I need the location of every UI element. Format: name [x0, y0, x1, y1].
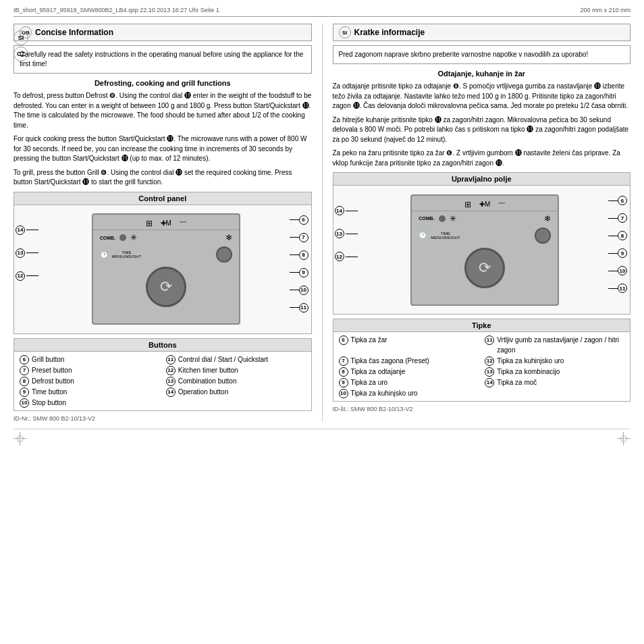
slovenian-para2: Za hitrejše kuhanje pritisnite tipko ⓫ z…: [333, 115, 631, 145]
btn-item-8: 8 Defrost button: [20, 376, 159, 386]
header-dimensions: 200 mm x 210 mm: [580, 7, 630, 14]
si-btn-item-10: 10 Tipka za kuhinjsko uro: [339, 388, 479, 398]
lang-cz-badge: CZ: [14, 47, 28, 61]
si-btn-num-11: 11: [485, 336, 494, 345]
si-btn-item-12: 12 Tipka za kuhinjsko uro: [485, 356, 624, 366]
english-para1: To defrost, press button Defrost ❽. Usin…: [14, 91, 312, 130]
btn-item-7: 7 Preset button: [20, 365, 159, 375]
si-comb-label: COMB.: [419, 216, 434, 221]
si-combo-dot: [439, 215, 446, 222]
slovenian-para1: Za odtajanje pritisnite tipko za odtajan…: [333, 82, 631, 111]
si-btn-label-7: Tipka čas zagona (Preset): [351, 356, 429, 366]
btn-num-9: 9: [20, 387, 29, 397]
english-column: GB Concise Information Carefully read th…: [14, 24, 312, 422]
num-14-left: 14: [16, 225, 25, 235]
combo-dot: [119, 234, 126, 241]
si-num-8-right: 8: [618, 231, 627, 240]
si-num-11-right: 11: [618, 284, 627, 293]
column-divider: [322, 24, 323, 422]
english-section-header: GB Concise Information: [14, 24, 312, 41]
english-intro-text: Carefully read the safety instructions i…: [20, 50, 306, 69]
grill-icon: ⊞: [146, 219, 153, 228]
si-num-12-left: 12: [335, 252, 344, 261]
main-content: GB Concise Information Carefully read th…: [14, 24, 630, 422]
slovenian-control-panel: Upravljalno polje 14 13 12: [333, 172, 631, 315]
si-num-6-right: 6: [618, 196, 627, 205]
comb-label: COMB.: [100, 236, 115, 240]
si-btn-item-9: 9 Tipka za uro: [339, 377, 479, 387]
english-para3: To grill, press the button Grill ❻. Usin…: [14, 168, 312, 188]
btn-label-8: Defrost button: [32, 376, 74, 386]
num-11-right: 11: [299, 303, 308, 313]
btn-item-10: 10 Stop button: [20, 398, 159, 408]
btn-num-12: 12: [166, 366, 176, 375]
page: IB_short_95917_95919_SMW800B2_LB4.qxp 22…: [0, 0, 644, 644]
num-7-right: 7: [299, 233, 308, 242]
top-bar: IB_short_95917_95919_SMW800B2_LB4.qxp 22…: [14, 7, 630, 17]
si-menu-weight-label: MENU/WEIGHT: [431, 236, 460, 240]
si-small-dial: [535, 227, 551, 244]
si-clock-icon: 🕐: [419, 232, 427, 239]
si-plus-m-icon: ✚M: [479, 200, 490, 209]
slovenian-buttons-title: Tipke: [333, 319, 630, 332]
si-btn-item-7: 7 Tipka čas zagona (Preset): [339, 356, 479, 366]
reg-mark-right: [617, 432, 630, 446]
si-btn-label-10: Tipka za kuhinjsko uro: [351, 388, 418, 398]
btn-label-10: Stop button: [32, 398, 66, 408]
menu-weight-label: MENU/WEIGHT: [112, 254, 141, 259]
si-btn-num-7: 7: [339, 356, 348, 366]
english-title: Concise Information: [35, 28, 113, 37]
english-control-panel: Control panel 14 13 12: [14, 192, 312, 334]
btn-num-14: 14: [166, 387, 176, 397]
small-dial: [216, 246, 232, 263]
plus-m-icon: ✚M: [161, 219, 171, 228]
english-buttons-title: Buttons: [14, 339, 311, 352]
si-btn-num-9: 9: [339, 378, 348, 387]
english-para2: For quick cooking press the button Start…: [14, 134, 312, 164]
btn-item-9: 9 Time button: [20, 387, 159, 397]
si-snowflake2-icon: ❄: [544, 214, 551, 223]
btn-item-13: 13 Combination button: [166, 376, 306, 386]
slovenian-intro-box: Pred zagonom naprave skrbno preberite va…: [333, 45, 631, 64]
btn-label-7: Preset button: [32, 365, 72, 375]
si-btn-item-8: 8 Tipka za odtajanje: [339, 367, 479, 377]
si-snowflake-icon: ✳: [450, 214, 456, 223]
slovenian-panel-title: Upravljalno polje: [333, 173, 630, 186]
si-btn-label-14: Tipka za moč: [497, 377, 537, 387]
slovenian-subheading: Odtajanje, kuhanje in žar: [333, 70, 631, 78]
slovenian-panel-diagram: 14 13 12: [333, 186, 630, 314]
snowflake-icon: ✳: [130, 233, 137, 242]
btn-label-6: Grill button: [32, 354, 64, 365]
slovenian-column: SI Kratke informacije Pred zagonom napra…: [333, 24, 631, 422]
si-btn-num-8: 8: [339, 367, 348, 377]
english-buttons-section: Buttons 6 Grill button 11 Control dial /…: [14, 338, 312, 411]
si-btn-item-14: 14 Tipka za moč: [485, 377, 624, 387]
num-8-right: 8: [299, 250, 308, 260]
si-num-7-right: 7: [618, 213, 627, 223]
btn-item-14: 14 Operation button: [166, 387, 306, 397]
btn-label-9: Time button: [32, 387, 67, 397]
btn-item-11: 11 Control dial / Start / Quickstart: [166, 354, 306, 365]
english-subheading: Defrosting, cooking and grill functions: [14, 79, 312, 87]
si-btn-item-11: 11 Vrtljiv gumb za nastavljanje / zagon …: [485, 335, 624, 355]
btn-item-12: 12 Kitchen timer button: [166, 365, 306, 375]
snowflake2-icon: ❄: [225, 233, 232, 242]
btn-num-13: 13: [166, 377, 176, 386]
btn-num-8: 8: [20, 377, 29, 386]
btn-label-11: Control dial / Start / Quickstart: [178, 354, 268, 365]
slovenian-footer: ID-št.: SMW 800 B2-10/13-V2: [333, 406, 631, 412]
si-badge: SI: [339, 26, 351, 38]
btn-num-6: 6: [20, 355, 29, 365]
si-btn-item-6: 6 Tipka za žar: [339, 335, 479, 355]
num-6-right: 6: [299, 215, 308, 225]
lang-si-badge: SI: [14, 30, 28, 45]
si-btn-label-11: Vrtljiv gumb za nastavljanje / zagon / h…: [497, 335, 624, 355]
btn-num-11: 11: [166, 355, 176, 365]
si-btn-label-6: Tipka za žar: [351, 335, 387, 345]
english-buttons-grid: 6 Grill button 11 Control dial / Start /…: [20, 354, 306, 408]
btn-label-14: Operation button: [178, 387, 229, 397]
btn-label-12: Kitchen timer button: [178, 365, 238, 375]
si-btn-num-14: 14: [485, 378, 494, 387]
num-9-right: 9: [299, 268, 308, 277]
slovenian-intro-text: Pred zagonom naprave skrbno preberite va…: [339, 50, 625, 59]
